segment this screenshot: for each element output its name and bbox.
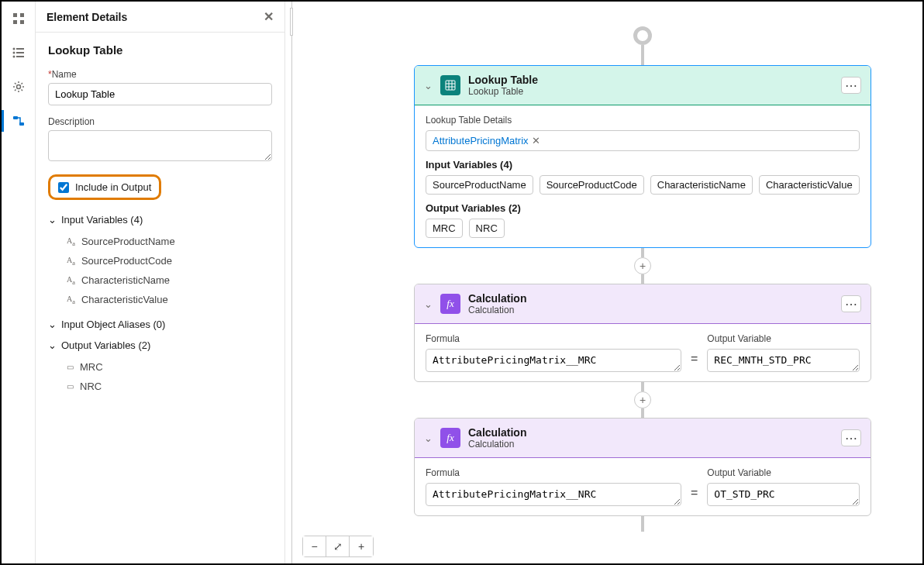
svg-rect-13 xyxy=(446,81,455,90)
calculation-card[interactable]: ⌄ fx Calculation Calculation ⋯ Formula A… xyxy=(414,284,871,382)
fx-icon: fx xyxy=(440,428,460,448)
element-title: Lookup Table xyxy=(48,43,272,57)
connector xyxy=(641,274,644,284)
text-type-icon: Aa xyxy=(67,256,75,267)
icon-rail xyxy=(2,2,36,563)
card-title: Lookup Table xyxy=(468,74,833,86)
equals-sign: = xyxy=(691,486,698,506)
input-var-item[interactable]: AaSourceProductCode xyxy=(67,251,272,270)
text-type-icon: Aa xyxy=(67,236,75,247)
fx-icon: fx xyxy=(440,294,460,314)
input-chip[interactable]: SourceProductCode xyxy=(540,175,644,195)
canvas[interactable]: ⌄ Lookup Table Lookup Table ⋯ Lookup Tab… xyxy=(285,2,922,563)
start-node[interactable] xyxy=(633,26,652,45)
zoom-in-button[interactable]: + xyxy=(350,536,373,556)
include-in-output-highlight: Include in Output xyxy=(48,174,161,200)
include-in-output-checkbox[interactable] xyxy=(58,182,69,193)
lookup-details-pill[interactable]: AttributePricingMatrix ✕ xyxy=(433,135,540,146)
svg-rect-3 xyxy=(20,20,24,24)
card-subtitle: Calculation xyxy=(468,439,833,450)
panel-resize-handle[interactable] xyxy=(285,2,301,563)
lookup-table-card[interactable]: ⌄ Lookup Table Lookup Table ⋯ Lookup Tab… xyxy=(414,65,871,248)
include-in-output-label: Include in Output xyxy=(75,181,151,193)
svg-point-6 xyxy=(12,52,15,54)
remove-pill-icon[interactable]: ✕ xyxy=(532,135,540,146)
output-variable-label: Output Variable xyxy=(707,333,860,344)
svg-rect-7 xyxy=(16,52,24,53)
add-node-button[interactable]: + xyxy=(634,391,651,408)
lookup-output-header: Output Variables (2) xyxy=(426,202,860,214)
chevron-down-icon: ⌄ xyxy=(48,319,57,330)
card-more-button[interactable]: ⋯ xyxy=(841,77,861,94)
svg-point-8 xyxy=(12,56,15,58)
connector xyxy=(641,516,644,532)
chevron-down-icon: ⌄ xyxy=(48,214,57,226)
zoom-fit-button[interactable]: ⤢ xyxy=(326,536,350,556)
input-var-item[interactable]: AaCharacteristicName xyxy=(67,270,272,290)
grid-icon[interactable] xyxy=(9,9,28,28)
zoom-out-button[interactable]: − xyxy=(303,536,326,556)
svg-rect-0 xyxy=(13,13,17,17)
add-node-button[interactable]: + xyxy=(634,257,651,274)
connector xyxy=(641,408,644,418)
input-var-item[interactable]: AaCharacteristicValue xyxy=(67,290,272,309)
formula-input[interactable]: AttributePricingMatrix__NRC xyxy=(426,483,681,506)
lookup-input-header: Input Variables (4) xyxy=(426,159,860,171)
name-input[interactable] xyxy=(48,83,272,105)
connector xyxy=(641,248,644,257)
output-variables-header[interactable]: ⌄ Output Variables (2) xyxy=(48,339,272,351)
equals-sign: = xyxy=(691,352,698,372)
connector xyxy=(641,45,644,65)
connector xyxy=(641,382,644,391)
input-aliases-header[interactable]: ⌄ Input Object Aliases (0) xyxy=(48,319,272,330)
element-details-panel: Element Details ✕ Lookup Table *Name Des… xyxy=(36,2,285,563)
formula-label: Formula xyxy=(426,467,681,478)
formula-label: Formula xyxy=(426,333,681,344)
table-icon xyxy=(440,75,460,95)
calculation-card[interactable]: ⌄ fx Calculation Calculation ⋯ Formula A… xyxy=(414,418,871,516)
chevron-down-icon: ⌄ xyxy=(48,339,57,351)
svg-point-10 xyxy=(16,85,20,89)
input-chip[interactable]: CharacteristicName xyxy=(650,175,753,195)
text-type-icon: Aa xyxy=(67,275,75,286)
flow-icon[interactable] xyxy=(9,112,28,130)
output-variable-input[interactable]: OT_STD_PRC xyxy=(707,483,860,506)
input-var-item[interactable]: AaSourceProductName xyxy=(67,232,272,251)
svg-rect-1 xyxy=(20,13,24,17)
input-variables-header[interactable]: ⌄ Input Variables (4) xyxy=(48,214,272,226)
name-label: *Name xyxy=(48,69,272,80)
output-var-item[interactable]: ▭MRC xyxy=(67,357,272,377)
zoom-controls: − ⤢ + xyxy=(302,536,374,557)
gear-icon[interactable] xyxy=(9,78,28,96)
card-subtitle: Calculation xyxy=(468,305,833,315)
formula-input[interactable]: AttributePricingMatrix__MRC xyxy=(426,349,681,372)
card-subtitle: Lookup Table xyxy=(468,86,833,97)
close-icon[interactable]: ✕ xyxy=(264,9,274,24)
chevron-down-icon[interactable]: ⌄ xyxy=(424,80,433,91)
output-variable-label: Output Variable xyxy=(707,467,860,478)
text-type-icon: Aa xyxy=(67,295,75,305)
svg-point-4 xyxy=(12,48,15,50)
description-input[interactable] xyxy=(48,130,272,161)
output-chip[interactable]: NRC xyxy=(469,219,505,238)
svg-rect-5 xyxy=(16,48,24,50)
card-title: Calculation xyxy=(468,426,833,439)
input-chip[interactable]: CharacteristicValue xyxy=(759,175,860,195)
list-icon[interactable] xyxy=(9,43,28,62)
chevron-down-icon[interactable]: ⌄ xyxy=(424,298,433,310)
card-more-button[interactable]: ⋯ xyxy=(841,429,861,446)
svg-rect-9 xyxy=(16,56,24,57)
chevron-down-icon[interactable]: ⌄ xyxy=(424,432,433,444)
card-title: Calculation xyxy=(468,292,833,305)
input-chip[interactable]: SourceProductName xyxy=(426,175,533,195)
output-variable-input[interactable]: REC_MNTH_STD_PRC xyxy=(707,349,860,372)
svg-rect-2 xyxy=(13,20,17,24)
output-type-icon: ▭ xyxy=(67,382,74,391)
lookup-details-input[interactable]: AttributePricingMatrix ✕ xyxy=(426,130,860,151)
svg-rect-11 xyxy=(13,116,18,119)
description-label: Description xyxy=(48,116,272,127)
output-chip[interactable]: MRC xyxy=(426,219,463,238)
lookup-details-label: Lookup Table Details xyxy=(426,115,860,126)
output-var-item[interactable]: ▭NRC xyxy=(67,377,272,396)
card-more-button[interactable]: ⋯ xyxy=(841,295,861,312)
